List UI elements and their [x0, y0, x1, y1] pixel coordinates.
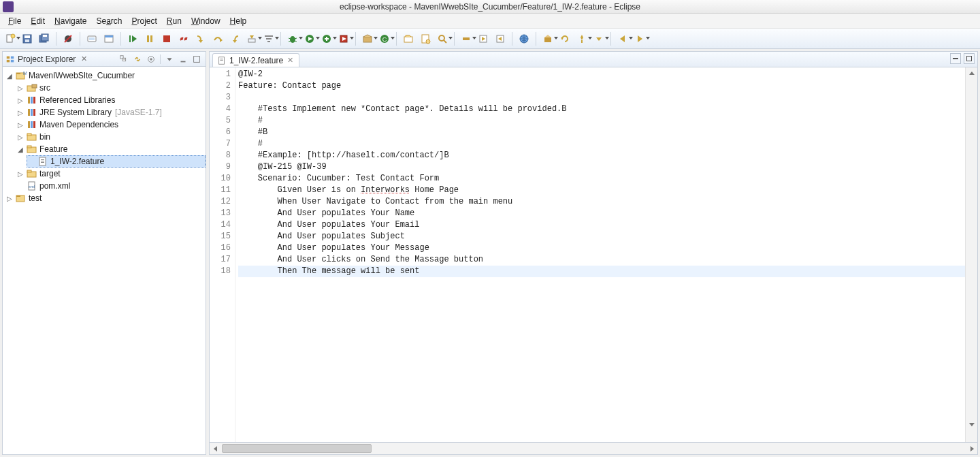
disconnect-button[interactable] — [176, 31, 191, 46]
twisty-closed-icon[interactable]: ▷ — [16, 170, 24, 178]
prev-annotation-button[interactable] — [493, 31, 508, 46]
save-button[interactable] — [20, 31, 35, 46]
tree-test-project[interactable]: ▷ test — [5, 192, 206, 204]
code-line[interactable]: And User populates Your Email — [238, 219, 965, 231]
tree-feature-file[interactable]: ▷ 1_IW-2.feature — [27, 155, 206, 168]
next-annotation-button[interactable] — [476, 31, 491, 46]
skip-breakpoints-button[interactable] — [61, 31, 76, 46]
new-class-button[interactable]: C — [377, 31, 392, 46]
twisty-closed-icon[interactable]: ▷ — [16, 109, 24, 116]
menu-project[interactable]: Project — [127, 15, 161, 27]
terminate-button[interactable] — [159, 31, 174, 46]
tree-jre[interactable]: ▷ JRE System Library [JavaSE-1.7] — [16, 106, 206, 119]
run-button[interactable] — [302, 31, 317, 46]
refresh-button[interactable] — [557, 31, 572, 46]
open-type-button[interactable] — [401, 31, 416, 46]
twisty-closed-icon[interactable]: ▷ — [16, 121, 24, 129]
minimize-view-button[interactable] — [177, 53, 189, 65]
twisty-open-icon[interactable]: ◢ — [16, 146, 24, 153]
view-menu-button[interactable] — [163, 53, 176, 65]
code-line[interactable]: #Example: [http://haselt.com/contact/]В — [238, 150, 965, 161]
coverage-button[interactable] — [319, 31, 334, 46]
tree-feature-folder[interactable]: ◢ Feature — [16, 143, 206, 155]
scrollbar-thumb[interactable] — [222, 444, 372, 453]
code-line[interactable]: #В — [238, 127, 965, 138]
code-line[interactable]: And User populates Subject — [238, 231, 965, 242]
code-line[interactable]: # — [238, 138, 965, 150]
scroll-up-icon[interactable] — [966, 67, 977, 78]
menu-edit[interactable]: Edit — [27, 15, 49, 27]
view-close-icon[interactable]: ✕ — [78, 54, 90, 63]
tree-target[interactable]: ▷ target — [16, 168, 206, 180]
run-external-button[interactable] — [336, 31, 351, 46]
suspend-button[interactable] — [142, 31, 157, 46]
build-button[interactable] — [540, 31, 555, 46]
menu-run[interactable]: Run — [163, 15, 186, 27]
code-line[interactable]: @IW-2 — [238, 69, 965, 80]
search-button[interactable] — [435, 31, 450, 46]
new-package-button[interactable] — [360, 31, 375, 46]
debug-button[interactable] — [285, 31, 300, 46]
tree-src[interactable]: ▷ src — [16, 82, 206, 94]
twisty-closed-icon[interactable]: ▷ — [16, 84, 24, 92]
focus-task-button[interactable] — [145, 53, 157, 65]
collapse-button[interactable] — [591, 31, 606, 46]
code-line[interactable]: Feature: Contact page — [238, 80, 965, 92]
resume-button[interactable] — [125, 31, 140, 46]
twisty-closed-icon[interactable]: ▷ — [16, 97, 24, 104]
open-web-browser-button[interactable] — [517, 31, 532, 46]
maximize-view-button[interactable] — [191, 53, 203, 65]
tree-pom[interactable]: ▷ xml pom.xml — [16, 180, 206, 192]
step-into-button[interactable] — [193, 31, 208, 46]
menu-help[interactable]: Help — [226, 15, 251, 27]
back-button[interactable] — [615, 31, 630, 46]
link-with-editor-button[interactable] — [131, 53, 144, 65]
menu-file[interactable]: File — [4, 15, 25, 27]
menu-navigate[interactable]: Navigate — [50, 15, 91, 27]
horizontal-scrollbar[interactable] — [209, 443, 978, 455]
code-line[interactable]: And User populates Your Name — [238, 208, 965, 219]
scroll-right-icon[interactable] — [966, 443, 977, 454]
new-button[interactable] — [3, 31, 18, 46]
tree-project-root[interactable]: ◢ M MavenIWwebSIte_Cucumber — [5, 69, 206, 82]
tree-bin[interactable]: ▷ bin — [16, 131, 206, 143]
twisty-closed-icon[interactable]: ▷ — [5, 195, 14, 202]
menu-search[interactable]: Search — [92, 15, 126, 27]
code-line[interactable]: When User Navigate to Contact from the m… — [238, 196, 965, 208]
toggle-mark-button[interactable] — [459, 31, 474, 46]
save-all-button[interactable] — [37, 31, 52, 46]
collapse-all-button[interactable] — [118, 53, 130, 65]
code-line[interactable]: Given User is on Interworks Home Page — [238, 185, 965, 196]
console-button[interactable] — [101, 31, 116, 46]
code-line[interactable]: #Tests Implement new *Contact page*. Det… — [238, 104, 965, 115]
menu-window[interactable]: Window — [187, 15, 225, 27]
code-line[interactable]: And User populates Your Message — [238, 242, 965, 254]
scroll-down-icon[interactable] — [966, 419, 977, 430]
code-line[interactable]: Then The message will be sent — [238, 266, 965, 277]
forward-button[interactable] — [632, 31, 647, 46]
open-task-button[interactable] — [418, 31, 433, 46]
step-over-button[interactable] — [210, 31, 225, 46]
close-tab-icon[interactable]: ✕ — [286, 56, 295, 65]
project-tree[interactable]: ◢ M MavenIWwebSIte_Cucumber ▷ src ▷ — [3, 67, 206, 454]
new-connection-button[interactable] — [84, 31, 99, 46]
code-line[interactable]: And User clicks on Send the Massage butt… — [238, 254, 965, 266]
pin-button[interactable] — [574, 31, 589, 46]
vertical-scrollbar[interactable] — [965, 67, 977, 442]
code-line[interactable]: Scenario: Cucumber: Test Contact Form — [238, 173, 965, 185]
tree-maven-deps[interactable]: ▷ Maven Dependencies — [16, 119, 206, 131]
code-area[interactable]: @IW-2Feature: Contact page #Tests Implem… — [235, 67, 965, 442]
tree-referenced-libraries[interactable]: ▷ Referenced Libraries — [16, 94, 206, 106]
editor-tab-active[interactable]: 1_IW-2.feature ✕ — [212, 53, 299, 67]
step-return-button[interactable] — [227, 31, 242, 46]
code-line[interactable]: @IW-215 @IW-39 — [238, 161, 965, 173]
minimize-editor-button[interactable] — [950, 53, 961, 64]
drop-to-frame-button[interactable] — [244, 31, 259, 46]
maximize-editor-button[interactable] — [964, 53, 975, 64]
code-line[interactable]: # — [238, 115, 965, 127]
twisty-closed-icon[interactable]: ▷ — [16, 133, 24, 141]
use-step-filters-button[interactable] — [261, 31, 276, 46]
twisty-open-icon[interactable]: ◢ — [5, 72, 14, 80]
scroll-left-icon[interactable] — [210, 443, 220, 454]
code-line[interactable] — [238, 92, 965, 104]
